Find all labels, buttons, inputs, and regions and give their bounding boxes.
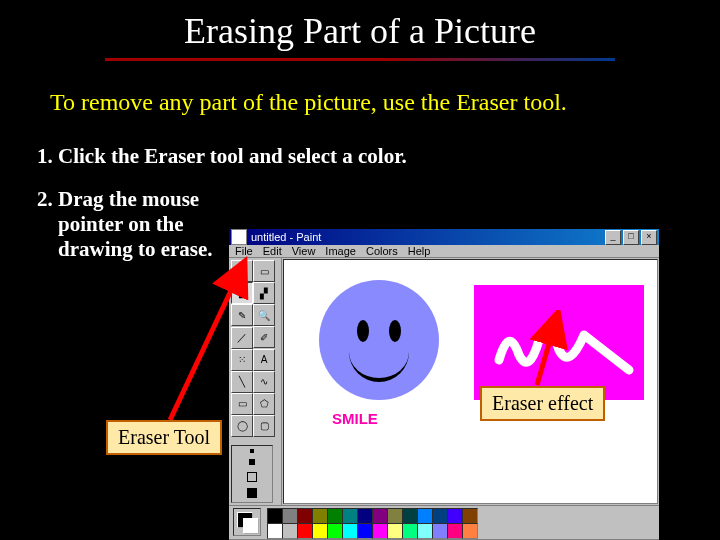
tool-color-picker[interactable]: ✎	[231, 304, 253, 326]
tool-brush[interactable]: ✐	[253, 326, 275, 348]
tool-magnifier[interactable]: 🔍	[253, 304, 275, 326]
callout-eraser-effect: Eraser effect	[480, 386, 605, 421]
smiley-mouth	[349, 348, 409, 382]
color-swatch[interactable]	[372, 523, 388, 539]
smiley-drawing	[319, 280, 439, 400]
color-swatch[interactable]	[417, 523, 433, 539]
step-1: Click the Eraser tool and select a color…	[58, 144, 698, 169]
menu-edit[interactable]: Edit	[263, 245, 282, 257]
color-swatch[interactable]	[432, 523, 448, 539]
tool-eraser[interactable]: ◧	[231, 282, 253, 304]
color-swatch[interactable]	[357, 523, 373, 539]
eraser-size-2[interactable]	[249, 459, 255, 465]
color-swatch[interactable]	[342, 523, 358, 539]
color-swatch[interactable]	[312, 523, 328, 539]
color-swatch[interactable]	[447, 508, 463, 524]
title-underline	[105, 58, 615, 61]
eraser-scribble-icon	[494, 315, 634, 385]
tool-airbrush[interactable]: ⁙	[231, 349, 253, 371]
tool-pencil[interactable]: ／	[231, 327, 253, 349]
tool-rounded-rect[interactable]: ▢	[253, 415, 275, 437]
color-swatch[interactable]	[372, 508, 388, 524]
color-swatch[interactable]	[282, 508, 298, 524]
menu-colors[interactable]: Colors	[366, 245, 398, 257]
smiley-right-eye	[389, 320, 401, 342]
color-swatch[interactable]	[297, 508, 313, 524]
current-colors[interactable]	[233, 508, 261, 536]
paint-titlebar: untitled - Paint _ □ ×	[229, 229, 659, 245]
color-swatch[interactable]	[387, 523, 403, 539]
paint-menubar: File Edit View Image Colors Help	[229, 245, 659, 258]
smiley-left-eye	[357, 320, 369, 342]
minimize-button[interactable]: _	[605, 230, 621, 245]
maximize-button[interactable]: □	[623, 230, 639, 245]
tool-rect-select[interactable]: ▭	[253, 260, 275, 282]
color-swatch[interactable]	[297, 523, 313, 539]
color-swatch[interactable]	[267, 523, 283, 539]
callout-eraser-tool: Eraser Tool	[106, 420, 222, 455]
toolbox: ✧▭ ◧▞ ✎🔍 ／✐ ⁙A ╲∿ ▭⬠ ◯▢	[229, 258, 282, 505]
smile-text: SMILE	[332, 410, 378, 427]
color-swatch[interactable]	[282, 523, 298, 539]
tool-curve[interactable]: ∿	[253, 371, 275, 393]
menu-image[interactable]: Image	[325, 245, 356, 257]
menu-help[interactable]: Help	[408, 245, 431, 257]
color-swatch[interactable]	[462, 508, 478, 524]
tool-fill[interactable]: ▞	[253, 282, 275, 304]
paint-app-icon	[231, 229, 247, 245]
color-swatch[interactable]	[402, 523, 418, 539]
eraser-size-3[interactable]	[247, 472, 257, 482]
color-swatch[interactable]	[432, 508, 448, 524]
tool-polygon[interactable]: ⬠	[253, 393, 275, 415]
color-swatch[interactable]	[387, 508, 403, 524]
step-2: Drag the mouse pointer on the drawing to…	[58, 187, 228, 262]
menu-view[interactable]: View	[292, 245, 316, 257]
color-swatch[interactable]	[327, 508, 343, 524]
tool-freeform-select[interactable]: ✧	[231, 260, 253, 282]
tool-line[interactable]: ╲	[231, 371, 253, 393]
color-swatch[interactable]	[357, 508, 373, 524]
color-swatch[interactable]	[312, 508, 328, 524]
tool-rectangle[interactable]: ▭	[231, 393, 253, 415]
tool-text[interactable]: A	[253, 349, 275, 371]
eraser-size-4[interactable]	[247, 488, 257, 498]
color-swatch[interactable]	[417, 508, 433, 524]
color-swatch[interactable]	[402, 508, 418, 524]
color-swatch[interactable]	[327, 523, 343, 539]
paint-window: untitled - Paint _ □ × File Edit View Im…	[228, 228, 660, 510]
color-swatch[interactable]	[342, 508, 358, 524]
intro-text: To remove any part of the picture, use t…	[50, 89, 670, 116]
slide-title: Erasing Part of a Picture	[0, 0, 720, 52]
menu-file[interactable]: File	[235, 245, 253, 257]
magenta-rectangle	[474, 285, 644, 400]
eraser-size-options[interactable]	[231, 445, 273, 503]
color-swatch[interactable]	[447, 523, 463, 539]
color-palette	[229, 505, 659, 539]
paint-canvas[interactable]: SMILE	[283, 259, 658, 504]
paint-title-text: untitled - Paint	[251, 231, 321, 243]
tool-ellipse[interactable]: ◯	[231, 415, 253, 437]
palette-grid	[267, 508, 476, 537]
eraser-size-1[interactable]	[250, 449, 254, 453]
close-button[interactable]: ×	[641, 230, 657, 245]
color-swatch[interactable]	[267, 508, 283, 524]
color-swatch[interactable]	[462, 523, 478, 539]
